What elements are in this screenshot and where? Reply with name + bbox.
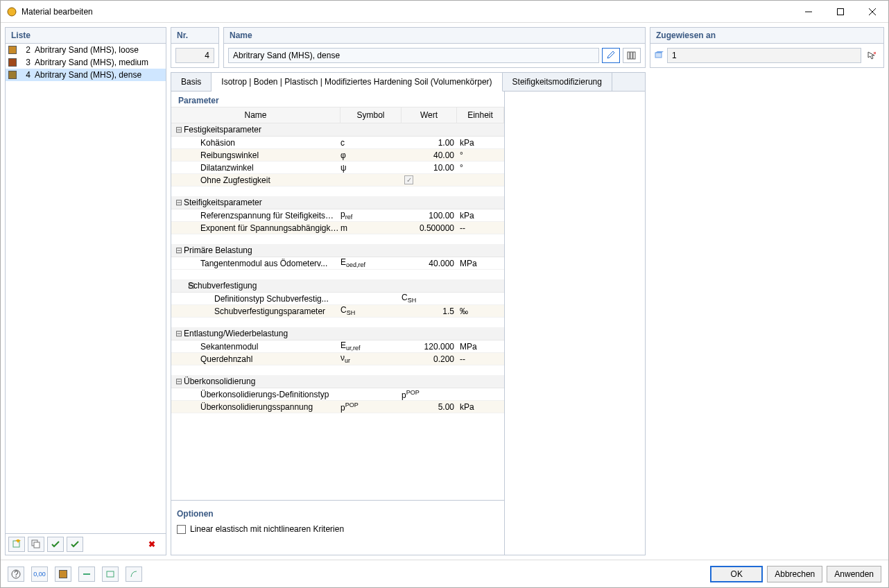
svg-rect-2	[838, 8, 844, 15]
param-unit: MPa	[457, 259, 504, 268]
param-value[interactable]: 120.000	[402, 342, 457, 352]
apply-button[interactable]: Anwenden	[827, 566, 881, 582]
svg-rect-8	[34, 542, 40, 548]
assigned-title: Zugewiesen an	[650, 28, 883, 44]
collapse-icon[interactable]: ⊟	[171, 329, 184, 338]
units-button[interactable]: 0,00	[31, 567, 48, 582]
color-button[interactable]	[55, 567, 71, 582]
param-unit: °	[457, 150, 504, 160]
check-b-button[interactable]	[67, 537, 83, 552]
param-row[interactable]: Ohne Zugfestigkeit✓	[171, 174, 504, 187]
param-symbol: ψ	[340, 163, 402, 173]
param-row[interactable]: SekantenmodulEur,ref120.000MPa	[171, 340, 504, 353]
tabs-panel: BasisIsotrop | Boden | Plastisch | Modif…	[171, 72, 646, 555]
delete-item-button[interactable]: ✖	[144, 537, 160, 552]
param-row[interactable]: SchubverfestigungsparameterCSH1.5‰	[171, 305, 504, 318]
collapse-icon[interactable]: ⊟	[171, 125, 184, 135]
list-title: Liste	[6, 28, 166, 44]
nr-field[interactable]: 4	[175, 48, 214, 63]
material-swatch	[8, 58, 17, 67]
cancel-button[interactable]: Abbrechen	[767, 566, 822, 582]
tab-basis[interactable]: Basis	[171, 73, 212, 91]
param-row[interactable]: Exponent für Spannungsabhängigkei...m0.5…	[171, 222, 504, 234]
assigned-field[interactable]: 1	[667, 48, 861, 63]
solid-icon	[655, 51, 664, 61]
param-row[interactable]: Definitionstyp Schubverfestig...CSH	[171, 293, 504, 305]
svg-rect-17	[83, 573, 90, 575]
param-symbol: c	[340, 138, 402, 148]
param-row[interactable]: Dilatanzwinkelψ10.00°	[171, 162, 504, 174]
list-item[interactable]: 2Abritrary Sand (MHS), loose	[6, 44, 166, 56]
list-item[interactable]: 4Abritrary Sand (MHS), dense	[6, 69, 166, 81]
material-swatch	[8, 71, 17, 79]
dialog-window: Material bearbeiten Liste 2Abritrary San…	[0, 0, 889, 588]
param-row[interactable]: Überkonsolidierungs-DefinitionstyppPOP	[171, 388, 504, 401]
window-title: Material bearbeiten	[21, 7, 793, 17]
linear-elastic-checkbox[interactable]	[177, 525, 186, 534]
param-value[interactable]: 0.200	[402, 354, 457, 364]
param-row[interactable]: Reibungswinkelφ40.00°	[171, 149, 504, 162]
svg-rect-10	[630, 52, 632, 59]
nr-panel: Nr. 4	[171, 27, 219, 68]
tool-c-button[interactable]	[126, 567, 142, 582]
collapse-icon[interactable]: ⊟	[171, 198, 184, 207]
param-row[interactable]: Kohäsionc1.00kPa	[171, 137, 504, 149]
tab-iso[interactable]: Isotrop | Boden | Plastisch | Modifizier…	[212, 73, 502, 92]
collapse-icon[interactable]: ⊟	[171, 281, 188, 291]
check-a-button[interactable]	[47, 537, 64, 552]
param-value[interactable]: 1.5	[402, 306, 457, 316]
material-list-panel: Liste 2Abritrary Sand (MHS), loose3Abrit…	[5, 27, 166, 555]
param-row[interactable]: Referenzspannung für Steifigkeitsmo...pr…	[171, 209, 504, 222]
param-value[interactable]: CSH	[402, 293, 457, 304]
param-value[interactable]: pPOP	[402, 389, 457, 400]
param-value[interactable]: 40.00	[402, 150, 457, 160]
maximize-button[interactable]	[825, 1, 856, 22]
param-group[interactable]: ⊟Überkonsolidierung	[171, 375, 504, 388]
param-group[interactable]: ⊟Schubverfestigung	[171, 279, 504, 293]
param-group[interactable]: ⊟Festigkeitsparameter	[171, 123, 504, 137]
param-name: Ohne Zugfestigkeit	[171, 175, 340, 185]
options-panel: Optionen Linear elastisch mit nichtlinea…	[171, 500, 504, 555]
ok-button[interactable]: OK	[710, 566, 763, 582]
material-list[interactable]: 2Abritrary Sand (MHS), loose3Abritrary S…	[6, 44, 166, 533]
param-group[interactable]: ⊟Steifigkeitsparameter	[171, 196, 504, 209]
minimize-button[interactable]	[793, 1, 825, 22]
close-button[interactable]	[856, 1, 888, 22]
collapse-icon[interactable]: ⊟	[171, 377, 184, 386]
tool-b-button[interactable]	[102, 567, 119, 582]
param-value[interactable]: 40.000	[402, 259, 457, 268]
material-swatch	[8, 46, 17, 54]
param-grid[interactable]: ⊟FestigkeitsparameterKohäsionc1.00kPaRei…	[171, 123, 504, 500]
edit-name-button[interactable]	[602, 48, 620, 63]
param-group[interactable]: ⊟Primäre Belastung	[171, 244, 504, 257]
param-grid-header: Name Symbol Wert Einheit	[171, 107, 504, 123]
new-item-button[interactable]: ✦	[8, 537, 25, 552]
copy-item-button[interactable]	[28, 537, 44, 552]
library-button[interactable]	[623, 48, 641, 63]
group-title: Schubverfestigung	[188, 281, 257, 291]
param-value[interactable]: 10.00	[402, 163, 457, 173]
name-panel: Name Abritrary Sand (MHS), dense	[223, 27, 646, 68]
dialog-footer: ? 0,00 OK Abbrechen Anwenden	[1, 560, 888, 587]
name-field[interactable]: Abritrary Sand (MHS), dense	[228, 48, 599, 63]
tool-a-button[interactable]	[78, 567, 95, 582]
param-checkbox[interactable]: ✓	[404, 175, 413, 184]
help-button[interactable]: ?	[8, 567, 24, 582]
param-value[interactable]: 0.500000	[402, 223, 457, 233]
pick-selection-button[interactable]	[864, 48, 879, 63]
titlebar: Material bearbeiten	[1, 1, 888, 23]
param-row[interactable]: ÜberkonsolidierungsspannungpPOP5.00kPa	[171, 401, 504, 413]
param-value[interactable]: 100.00	[402, 211, 457, 220]
param-row[interactable]: Querdehnzahlνur0.200--	[171, 353, 504, 365]
param-name: Reibungswinkel	[171, 150, 340, 160]
param-value[interactable]: 5.00	[402, 402, 457, 412]
list-item[interactable]: 3Abritrary Sand (MHS), medium	[6, 56, 166, 69]
param-row[interactable]: Tangentenmodul aus Ödometerv...Eoed,ref4…	[171, 257, 504, 270]
param-group[interactable]: ⊟Entlastung/Wiederbelastung	[171, 327, 504, 340]
col-unit: Einheit	[457, 107, 504, 123]
param-symbol: φ	[340, 150, 402, 160]
param-unit: kPa	[457, 402, 504, 412]
collapse-icon[interactable]: ⊟	[171, 245, 184, 255]
tab-stiff[interactable]: Steifigkeitsmodifizierung	[503, 73, 612, 91]
param-value[interactable]: 1.00	[402, 138, 457, 148]
